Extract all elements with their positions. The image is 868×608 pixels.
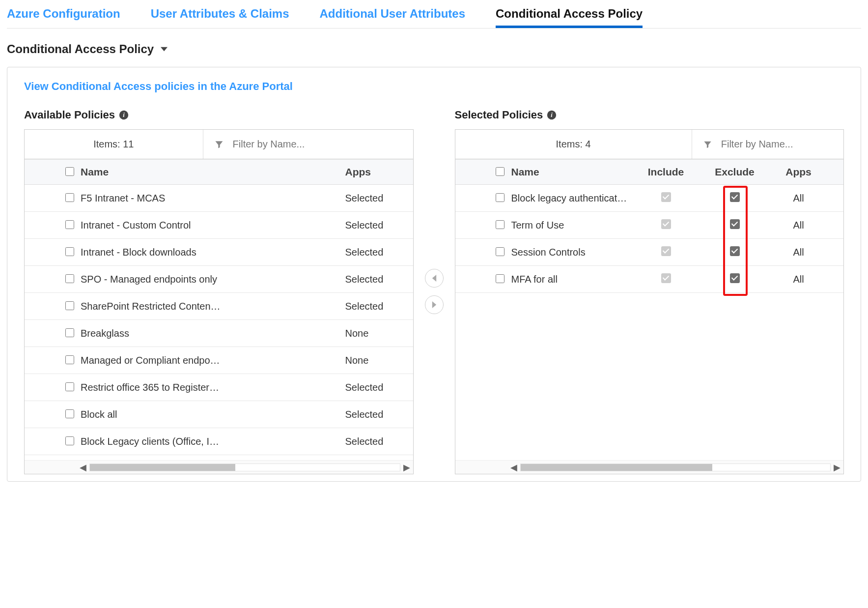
selected-select-all-checkbox[interactable] <box>496 167 504 176</box>
row-name: Block all <box>81 409 345 420</box>
row-name: F5 Intranet - MCAS <box>81 193 345 204</box>
exclude-checkbox[interactable] <box>730 219 740 229</box>
scroll-left-icon[interactable]: ◀ <box>507 462 520 473</box>
row-apps: None <box>345 328 409 339</box>
table-row[interactable]: SPO - Managed endpoints onlySelected <box>25 266 413 293</box>
row-checkbox[interactable] <box>65 328 74 337</box>
include-checkbox <box>661 192 671 202</box>
tab-0[interactable]: Azure Configuration <box>7 0 120 28</box>
exclude-checkbox[interactable] <box>730 273 740 283</box>
row-checkbox[interactable] <box>65 436 74 445</box>
table-row[interactable]: SharePoint Restricted Conten…Selected <box>25 293 413 320</box>
row-apps: Selected <box>345 274 409 285</box>
move-left-button[interactable] <box>425 269 444 288</box>
row-checkbox[interactable] <box>65 409 74 418</box>
table-row[interactable]: Term of UseAll <box>455 212 844 239</box>
row-name: MFA for all <box>511 274 634 285</box>
row-checkbox[interactable] <box>496 274 504 283</box>
exclude-checkbox[interactable] <box>730 192 740 202</box>
row-apps: Selected <box>345 301 409 312</box>
row-checkbox[interactable] <box>65 247 74 256</box>
row-apps: Selected <box>345 409 409 420</box>
table-row[interactable]: F5 Intranet - MCASSelected <box>25 185 413 212</box>
row-name: Block legacy authenticat… <box>511 193 634 204</box>
selected-title: Selected Policies <box>455 109 543 121</box>
top-tabs: Azure ConfigurationUser Attributes & Cla… <box>7 0 861 29</box>
row-checkbox[interactable] <box>496 220 504 229</box>
selected-filter-input[interactable] <box>720 138 833 150</box>
row-apps: Selected <box>345 220 409 231</box>
row-name: Breakglass <box>81 328 345 339</box>
row-checkbox[interactable] <box>65 301 74 310</box>
table-row[interactable]: Block allSelected <box>25 401 413 428</box>
table-row[interactable]: Block Legacy clients (Office, I…Selected <box>25 428 413 455</box>
selected-items-count: Items: 4 <box>455 130 692 159</box>
row-apps: All <box>772 274 826 285</box>
azure-portal-link[interactable]: View Conditional Access policies in the … <box>24 80 293 93</box>
selected-header-name: Name <box>511 166 634 178</box>
selected-grid-body: Block legacy authenticat…AllTerm of UseA… <box>455 185 844 460</box>
row-name: SharePoint Restricted Conten… <box>81 301 345 312</box>
tab-1[interactable]: User Attributes & Claims <box>151 0 289 28</box>
table-row[interactable]: Intranet - Custom ControlSelected <box>25 212 413 239</box>
selected-h-scrollbar[interactable]: ◀ ▶ <box>455 460 844 474</box>
scroll-right-icon[interactable]: ▶ <box>400 462 413 473</box>
table-row[interactable]: Intranet - Block downloadsSelected <box>25 239 413 266</box>
row-checkbox[interactable] <box>65 193 74 202</box>
exclude-checkbox[interactable] <box>730 246 740 256</box>
policy-panel: View Conditional Access policies in the … <box>7 67 861 482</box>
svg-text:i: i <box>551 112 553 118</box>
available-filter-input[interactable] <box>232 138 402 150</box>
section-title-text: Conditional Access Policy <box>7 42 154 56</box>
include-checkbox <box>661 273 671 283</box>
row-checkbox[interactable] <box>65 274 74 283</box>
row-checkbox[interactable] <box>65 220 74 229</box>
row-apps: Selected <box>345 382 409 393</box>
include-checkbox <box>661 246 671 256</box>
row-apps: All <box>772 220 826 231</box>
row-checkbox[interactable] <box>496 247 504 256</box>
table-row[interactable]: Restrict office 365 to Register…Selected <box>25 374 413 401</box>
row-name: Restrict office 365 to Register… <box>81 382 345 393</box>
row-name: Term of Use <box>511 220 634 231</box>
table-row[interactable]: Block legacy authenticat…All <box>455 185 844 212</box>
row-name: Block Legacy clients (Office, I… <box>81 436 345 447</box>
filter-icon <box>703 139 712 150</box>
available-h-scrollbar[interactable]: ◀ ▶ <box>25 460 413 474</box>
scroll-left-icon[interactable]: ◀ <box>77 462 89 473</box>
row-apps: Selected <box>345 436 409 447</box>
row-checkbox[interactable] <box>65 382 74 391</box>
available-policies-panel: Available Policies i Items: 11 Na <box>24 109 414 474</box>
table-row[interactable]: MFA for allAll <box>455 266 844 293</box>
row-apps: All <box>772 247 826 258</box>
selected-header-include: Include <box>634 166 698 178</box>
row-checkbox[interactable] <box>65 355 74 364</box>
row-name: Intranet - Block downloads <box>81 247 345 258</box>
available-header-apps: Apps <box>345 166 409 178</box>
row-name: Session Controls <box>511 247 634 258</box>
row-apps: All <box>772 193 826 204</box>
available-header-name: Name <box>81 166 345 178</box>
transfer-buttons <box>422 109 446 474</box>
tab-2[interactable]: Additional User Attributes <box>320 0 465 28</box>
scroll-right-icon[interactable]: ▶ <box>831 462 843 473</box>
table-row[interactable]: Managed or Compliant endpo…None <box>25 347 413 374</box>
selected-header-apps: Apps <box>772 166 826 178</box>
move-right-button[interactable] <box>425 295 444 314</box>
row-apps: Selected <box>345 247 409 258</box>
available-grid-body[interactable]: F5 Intranet - MCASSelectedIntranet - Cus… <box>25 185 413 460</box>
row-checkbox[interactable] <box>496 193 504 202</box>
table-row[interactable]: Session ControlsAll <box>455 239 844 266</box>
row-name: Managed or Compliant endpo… <box>81 355 345 366</box>
table-row[interactable]: BreakglassNone <box>25 320 413 347</box>
available-items-count: Items: 11 <box>25 130 203 159</box>
filter-icon <box>214 139 224 150</box>
row-apps: None <box>345 355 409 366</box>
row-apps: Selected <box>345 193 409 204</box>
info-icon: i <box>547 110 557 120</box>
selected-header-exclude: Exclude <box>698 166 772 178</box>
tab-3[interactable]: Conditional Access Policy <box>496 0 643 28</box>
available-select-all-checkbox[interactable] <box>65 167 74 176</box>
available-title: Available Policies <box>24 109 115 121</box>
section-title[interactable]: Conditional Access Policy <box>7 42 861 56</box>
